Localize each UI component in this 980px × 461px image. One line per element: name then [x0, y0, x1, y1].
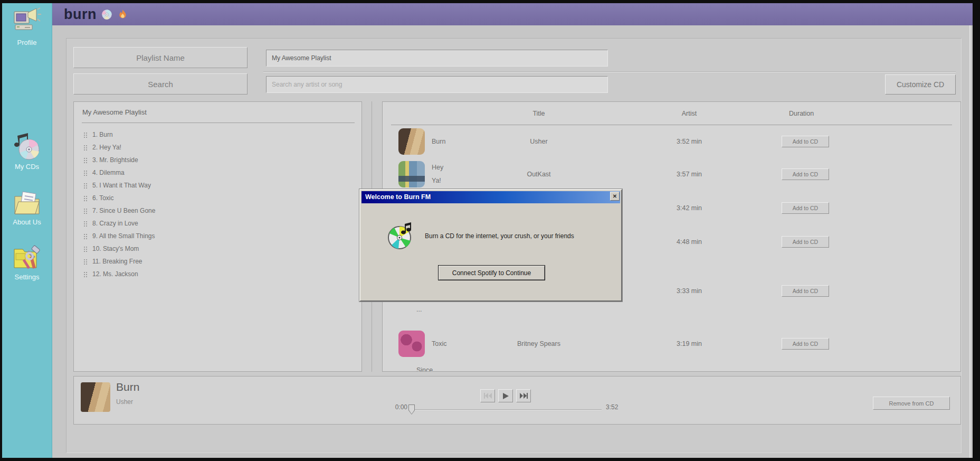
toolbar-divider — [263, 71, 956, 72]
drag-handle-icon[interactable] — [83, 246, 87, 252]
track-row: ToxicBritney Spears3:19 minAdd to CD — [391, 324, 952, 364]
artist-cell: Usher — [481, 138, 597, 145]
album-art — [398, 161, 425, 187]
drag-handle-icon[interactable] — [83, 221, 87, 227]
main-area: Playlist Name Search Customize CD My Awe… — [52, 25, 973, 458]
player-bar: Burn Usher 0:00 3:52 Rem — [73, 376, 961, 425]
playlist-item[interactable]: 11. Breaking Free — [74, 255, 361, 268]
song-cell: HeyYa! — [391, 161, 481, 187]
header-duration: Duration — [782, 110, 952, 117]
previous-track-button[interactable] — [480, 389, 495, 402]
song-title-line: Burn — [432, 135, 445, 148]
window-edge — [969, 25, 971, 458]
drag-handle-icon[interactable] — [83, 208, 87, 214]
search-input[interactable] — [266, 76, 608, 93]
playlist-items: 1. Burn2. Hey Ya!3. Mr. Brightside4. Dil… — [74, 128, 361, 280]
drag-handle-icon[interactable] — [83, 233, 87, 239]
playlist-item[interactable]: 2. Hey Ya! — [74, 141, 361, 154]
remove-from-cd-button[interactable]: Remove from CD — [873, 397, 950, 410]
drag-handle-icon[interactable] — [83, 132, 87, 138]
playlist-name-button[interactable]: Playlist Name — [73, 47, 248, 68]
drag-handle-icon[interactable] — [83, 271, 87, 277]
playlist-item[interactable]: 5. I Want it That Way — [74, 179, 361, 192]
add-to-cd-button[interactable]: Add to CD — [782, 202, 829, 214]
playlist-item[interactable]: 7. Since U Been Gone — [74, 204, 361, 217]
drag-handle-icon[interactable] — [83, 195, 87, 201]
sidebar-item-profile[interactable]: Profile — [2, 7, 52, 46]
customize-cd-button[interactable]: Customize CD — [885, 74, 956, 95]
next-track-button[interactable] — [516, 389, 531, 402]
drag-handle-icon[interactable] — [83, 259, 87, 265]
add-cell: Add to CD — [782, 202, 952, 214]
add-cell: Add to CD — [782, 136, 952, 147]
album-art — [398, 128, 425, 155]
window-title: burn — [64, 6, 97, 23]
sidebar: ProfileMy CDsAbout UsSettings — [2, 3, 52, 458]
sidebar-item-my-cds[interactable]: My CDs — [2, 131, 52, 171]
dialog-message: Burn a CD for the internet, your crush, … — [425, 232, 574, 240]
sidebar-item-label: Settings — [15, 273, 40, 281]
folder-document-icon — [12, 187, 42, 217]
connect-spotify-button[interactable]: Connect Spotify to Continue — [438, 265, 545, 280]
now-playing-title: Burn — [116, 381, 139, 393]
song-title: Burn — [432, 135, 445, 148]
play-button[interactable] — [498, 389, 513, 402]
cd-music-note-icon — [387, 222, 415, 250]
total-time: 3:52 — [606, 403, 618, 411]
playlist-item-label: 9. All the Small Things — [92, 232, 155, 240]
now-playing-artist: Usher — [116, 398, 133, 406]
song-title: Since — [416, 364, 433, 372]
add-to-cd-button[interactable]: Add to CD — [782, 136, 829, 147]
seek-thumb[interactable] — [408, 404, 415, 415]
playlist-item[interactable]: 4. Dilemma — [74, 166, 361, 179]
search-button[interactable]: Search — [73, 73, 248, 95]
add-cell: Add to CD — [782, 236, 952, 248]
playlist-item[interactable]: 6. Toxic — [74, 192, 361, 204]
drag-handle-icon[interactable] — [83, 183, 87, 189]
song-title-line: Since — [416, 364, 433, 372]
playlist-item[interactable]: 1. Burn — [74, 128, 361, 141]
song-title-line: Ya! — [432, 174, 443, 187]
song-cell: Toxic — [391, 331, 481, 357]
transport-controls — [480, 389, 531, 402]
titlebar: burn — [52, 3, 973, 25]
folder-tools-icon — [12, 242, 42, 271]
playlist-item-label: 11. Breaking Free — [92, 258, 142, 265]
sidebar-item-about-us[interactable]: About Us — [2, 187, 52, 226]
drag-handle-icon[interactable] — [83, 157, 87, 163]
add-to-cd-button[interactable]: Add to CD — [782, 168, 829, 180]
drag-handle-icon[interactable] — [83, 170, 87, 176]
duration-cell: 4:48 min — [597, 238, 782, 246]
playlist-item[interactable]: 10. Stacy's Mom — [74, 242, 361, 255]
duration-cell: 3:52 min — [597, 138, 782, 145]
duration-cell: 3:42 min — [597, 204, 782, 212]
playlist-item-label: 3. Mr. Brightside — [92, 156, 138, 164]
playlist-item[interactable]: 8. Crazy in Love — [74, 217, 361, 230]
add-cell: Add to CD — [782, 338, 952, 350]
close-icon[interactable]: ✕ — [610, 192, 620, 201]
playlist-item[interactable]: 12. Ms. Jackson — [74, 268, 361, 280]
playlist-item-label: 5. I Want it That Way — [92, 182, 151, 189]
drag-handle-icon[interactable] — [83, 145, 87, 150]
cd-icon — [101, 9, 112, 20]
add-to-cd-button[interactable]: Add to CD — [782, 285, 829, 297]
sidebar-item-settings[interactable]: Settings — [2, 242, 52, 281]
header-title: Title — [481, 110, 597, 117]
header-artist: Artist — [597, 110, 782, 117]
add-to-cd-button[interactable]: Add to CD — [782, 236, 829, 248]
song-cell: Since — [391, 364, 481, 372]
add-to-cd-button[interactable]: Add to CD — [782, 338, 829, 350]
song-title-line: Hey — [432, 161, 443, 174]
app-screen: ProfileMy CDsAbout UsSettings burn Playl… — [0, 0, 980, 461]
playlist-name-input[interactable] — [266, 50, 608, 67]
add-cell: Add to CD — [782, 168, 952, 180]
album-art — [398, 331, 425, 357]
playlist-item[interactable]: 3. Mr. Brightside — [74, 154, 361, 166]
elapsed-time: 0:00 — [385, 403, 407, 411]
playlist-item-label: 6. Toxic — [92, 194, 113, 202]
seek-bar[interactable] — [412, 409, 602, 410]
duration-cell: 3:19 min — [597, 340, 782, 347]
playlist-item[interactable]: 9. All the Small Things — [74, 230, 361, 242]
playlist-item-label: 2. Hey Ya! — [92, 144, 121, 151]
duration-cell: 3:33 min — [597, 287, 782, 295]
